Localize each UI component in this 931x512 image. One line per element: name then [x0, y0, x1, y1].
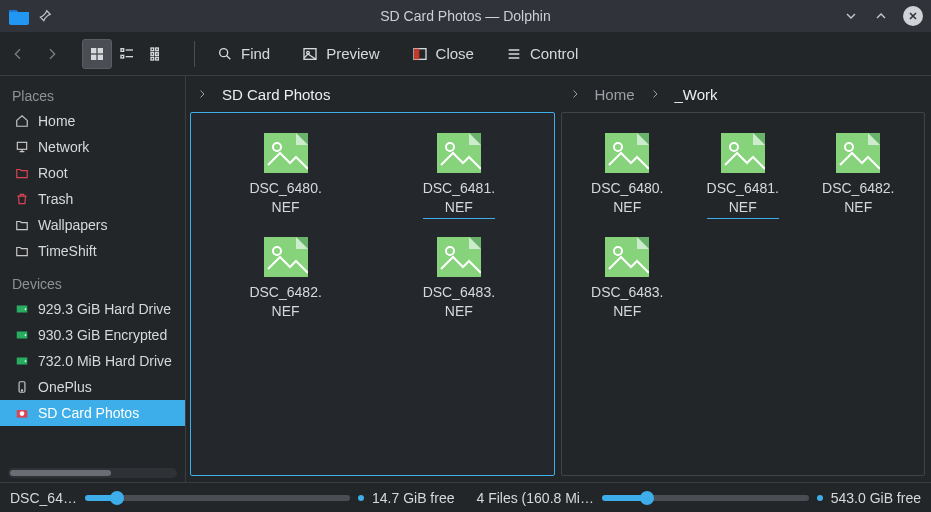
sidebar-item-label: Root [38, 165, 68, 181]
status-left-selection: DSC_64… [10, 490, 77, 506]
file-item[interactable]: DSC_6482.NEF [801, 127, 917, 231]
drive-icon [14, 354, 30, 368]
image-file-icon [605, 133, 649, 173]
preview-label: Preview [326, 45, 379, 62]
sidebar-item-timeshift[interactable]: TimeShift [0, 238, 185, 264]
sidebar-item-home[interactable]: Home [0, 108, 185, 134]
svg-rect-3 [98, 54, 103, 59]
image-file-icon [264, 237, 308, 277]
svg-rect-0 [91, 48, 96, 53]
status-right-free: 543.0 GiB free [831, 490, 921, 506]
zoom-slider-right[interactable] [602, 495, 809, 501]
statusbar: DSC_64… 14.7 GiB free 4 Files (160.8 Mi…… [0, 482, 931, 512]
network-icon [14, 140, 30, 154]
file-item[interactable]: DSC_6483.NEF [570, 231, 686, 333]
file-name: DSC_6482.NEF [822, 179, 894, 217]
app-icon [8, 7, 28, 25]
file-pane-right[interactable]: DSC_6480.NEF DSC_6481.NEF DSC_6482.NEF D… [561, 112, 926, 476]
sidebar-item-wallpapers[interactable]: Wallpapers [0, 212, 185, 238]
nav-back-button[interactable] [10, 46, 26, 62]
toolbar-divider [194, 41, 195, 67]
svg-rect-11 [156, 57, 159, 60]
sidebar-item-label: OnePlus [38, 379, 92, 395]
svg-rect-16 [414, 48, 419, 59]
sidebar-item-930-3-gib-encrypted[interactable]: 930.3 GiB Encrypted [0, 322, 185, 348]
image-file-icon [437, 237, 481, 277]
svg-point-21 [25, 334, 27, 336]
drive-icon [14, 328, 30, 342]
image-file-icon [437, 133, 481, 173]
root-icon [14, 166, 30, 180]
sidebar-item-network[interactable]: Network [0, 134, 185, 160]
sidebar-item-label: Wallpapers [38, 217, 108, 233]
close-panel-button[interactable]: Close [404, 41, 482, 66]
svg-rect-9 [156, 48, 159, 51]
chevron-right-icon [569, 88, 581, 100]
maximize-button[interactable] [873, 8, 889, 24]
view-compact-button[interactable] [112, 39, 142, 69]
sidebar-item-root[interactable]: Root [0, 160, 185, 186]
svg-rect-8 [151, 57, 154, 60]
preview-button[interactable]: Preview [294, 41, 387, 66]
file-item[interactable]: DSC_6481.NEF [372, 127, 545, 231]
file-item[interactable]: DSC_6482.NEF [199, 231, 372, 333]
sidebar-item-label: 930.3 GiB Encrypted [38, 327, 167, 343]
file-item[interactable]: DSC_6480.NEF [570, 127, 686, 231]
svg-rect-1 [98, 48, 103, 53]
image-file-icon [721, 133, 765, 173]
sidebar-item-label: Network [38, 139, 89, 155]
file-item[interactable]: DSC_6483.NEF [372, 231, 545, 333]
image-file-icon [264, 133, 308, 173]
minimize-button[interactable] [843, 8, 859, 24]
drive-icon [14, 302, 30, 316]
free-space-dot-icon [358, 495, 364, 501]
sidebar-item-trash[interactable]: Trash [0, 186, 185, 212]
nav-forward-button[interactable] [44, 46, 60, 62]
sidebar-item-label: Home [38, 113, 75, 129]
folder-icon [14, 218, 30, 232]
svg-rect-6 [151, 48, 154, 51]
view-details-button[interactable] [142, 39, 172, 69]
pin-icon[interactable] [38, 9, 52, 23]
sidebar-item-732-0-mib-hard-drive[interactable]: 732.0 MiB Hard Drive [0, 348, 185, 374]
places-header: Places [0, 82, 185, 108]
view-mode-group [82, 39, 172, 69]
breadcrumb-left: SD Card Photos [186, 76, 559, 112]
svg-rect-2 [91, 54, 96, 59]
sidebar-item-label: 732.0 MiB Hard Drive [38, 353, 172, 369]
control-button[interactable]: Control [498, 41, 586, 66]
devices-header: Devices [0, 270, 185, 296]
file-name: DSC_6481.NEF [423, 179, 495, 219]
folder-icon [14, 244, 30, 258]
file-item[interactable]: DSC_6481.NEF [685, 127, 801, 231]
svg-rect-10 [156, 52, 159, 55]
breadcrumb-segment[interactable]: _Work [675, 86, 718, 103]
file-item[interactable]: DSC_6480.NEF [199, 127, 372, 231]
file-pane-left[interactable]: DSC_6480.NEF DSC_6481.NEF DSC_6482.NEF D… [190, 112, 555, 476]
control-label: Control [530, 45, 578, 62]
phone-icon [14, 380, 30, 394]
find-button[interactable]: Find [209, 41, 278, 66]
file-name: DSC_6483.NEF [423, 283, 495, 321]
sidebar: Places Home Network Root Trash Wallpaper… [0, 76, 186, 482]
breadcrumb-segment[interactable]: SD Card Photos [222, 86, 330, 103]
home-icon [14, 114, 30, 128]
file-name: DSC_6480.NEF [249, 179, 321, 217]
sidebar-scrollbar[interactable] [8, 468, 177, 478]
image-file-icon [836, 133, 880, 173]
sidebar-item-label: Trash [38, 191, 73, 207]
svg-point-25 [21, 390, 22, 391]
zoom-slider-left[interactable] [85, 495, 350, 501]
svg-rect-7 [151, 52, 154, 55]
sidebar-item-sd-card-photos[interactable]: SD Card Photos [0, 400, 185, 426]
sidebar-item-oneplus[interactable]: OnePlus [0, 374, 185, 400]
close-window-button[interactable] [903, 6, 923, 26]
sidebar-item-929-3-gib-hard-drive[interactable]: 929.3 GiB Hard Drive [0, 296, 185, 322]
sidebar-item-label: TimeShift [38, 243, 97, 259]
toolbar: Find Preview Close Control [0, 32, 931, 76]
svg-rect-17 [17, 142, 26, 149]
breadcrumb-segment[interactable]: Home [595, 86, 635, 103]
camera-icon [14, 406, 30, 420]
svg-rect-4 [121, 48, 124, 51]
view-icons-button[interactable] [82, 39, 112, 69]
